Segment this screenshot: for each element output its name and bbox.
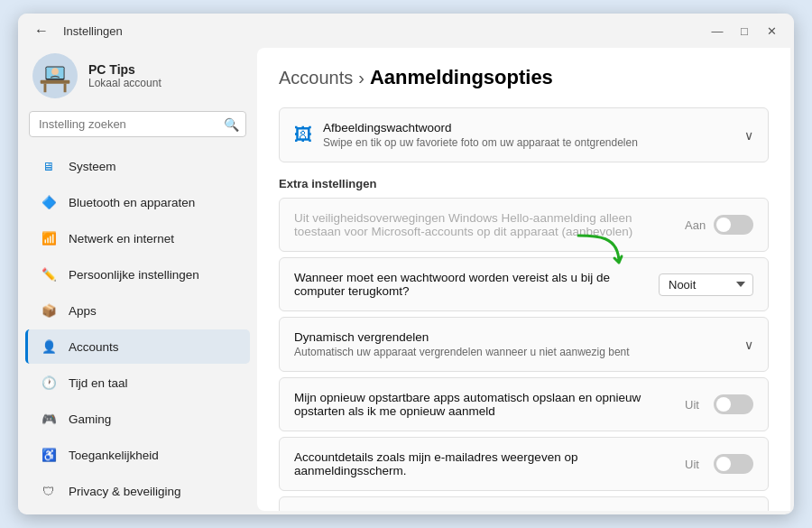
sidebar-item-privacy[interactable]: 🛡 Privacy & beveiliging — [25, 474, 250, 508]
sidebar-item-bluetooth[interactable]: 🔷 Bluetooth en apparaten — [25, 185, 250, 219]
person-icon: 👤 — [40, 338, 58, 356]
titlebar-controls: — □ ✕ — [706, 22, 783, 40]
sidebar: PC Tips Lokaal account 🔍 🖥 Systeem 🔷 Blu… — [18, 44, 257, 514]
user-info: PC Tips Lokaal account — [18, 44, 257, 111]
hello-only-row: Uit veiligheidsoverwegingen Windows Hell… — [280, 199, 768, 251]
sidebar-label: Systeem — [69, 160, 116, 173]
wachtwoord-vereist-item: Wanneer moet een wachtwoord worden verei… — [279, 257, 769, 311]
page-title: Aanmeldingsopties — [370, 66, 553, 89]
dynamisch-row[interactable]: Dynamisch vergrendelen Automatisch uw ap… — [280, 318, 768, 371]
user-name: PC Tips — [88, 62, 161, 77]
aanmeldgegevens-label: Mijn aanmeldingsgegevens gebruiken om he… — [294, 510, 674, 511]
sidebar-label: Toegankelijkheid — [69, 449, 159, 462]
sidebar-label: Gaming — [69, 412, 111, 426]
afbeeldingswachtwoord-item: 🖼 Afbeeldingswachtwoord Swipe en tik op … — [279, 107, 769, 162]
main-area: PC Tips Lokaal account 🔍 🖥 Systeem 🔷 Blu… — [18, 44, 794, 514]
content-area: Accounts › Aanmeldingsopties 🖼 Afbeeldin… — [257, 48, 790, 511]
photo-icon: 🖼 — [294, 125, 312, 145]
apps-restart-text: Mijn opnieuw opstartbare apps automatisc… — [294, 391, 674, 418]
breadcrumb: Accounts — [279, 68, 353, 88]
accessibility-icon: ♿ — [40, 446, 58, 464]
wifi-icon: 📶 — [40, 229, 58, 247]
wachtwoord-dropdown[interactable]: Nooit Altijd 1 minuut 3 minuten 5 minute… — [659, 273, 753, 296]
hello-only-toggle[interactable] — [714, 215, 753, 235]
sidebar-item-accounts[interactable]: 👤 Accounts — [25, 329, 250, 364]
brush-icon: ✏️ — [40, 265, 58, 283]
gamepad-icon: 🎮 — [40, 410, 58, 428]
dynamisch-label: Dynamisch vergrendelen — [294, 330, 734, 344]
breadcrumb-separator: › — [358, 68, 364, 88]
search-icon: 🔍 — [224, 117, 239, 132]
sidebar-item-systeem[interactable]: 🖥 Systeem — [25, 149, 250, 183]
aanmeldgegevens-item: Mijn aanmeldingsgegevens gebruiken om he… — [279, 496, 769, 511]
sidebar-label: Accounts — [69, 340, 119, 354]
dynamisch-item: Dynamisch vergrendelen Automatisch uw ap… — [279, 317, 769, 372]
chevron-icon: ∨ — [744, 128, 753, 143]
account-details-row: Accountdetails zoals mijn e-mailadres we… — [280, 438, 768, 490]
aanmeldgegevens-text: Mijn aanmeldingsgegevens gebruiken om he… — [294, 510, 674, 511]
section-title: Extra instellingen — [279, 177, 769, 190]
green-arrow — [569, 231, 623, 280]
sidebar-item-persoonlijk[interactable]: ✏️ Persoonlijke instellingen — [25, 257, 250, 292]
sidebar-item-update[interactable]: 🔄 Windows Update — [25, 510, 250, 514]
sidebar-label: Tijd en taal — [69, 376, 128, 390]
monitor-icon: 🖥 — [40, 157, 58, 175]
shield-icon: 🛡 — [40, 482, 58, 500]
afbeeldingswachtwoord-row[interactable]: 🖼 Afbeeldingswachtwoord Swipe en tik op … — [280, 108, 768, 162]
apps-restart-row: Mijn opnieuw opstartbare apps automatisc… — [280, 378, 768, 431]
svg-rect-3 — [64, 84, 67, 93]
titlebar-left: ← Instellingen — [29, 21, 123, 41]
sidebar-item-apps[interactable]: 📦 Apps — [25, 293, 250, 328]
account-details-label: Accountdetails zoals mijn e-mailadres we… — [294, 450, 674, 477]
apps-restart-toggle-label: Uit — [685, 398, 706, 412]
window-title: Instellingen — [63, 24, 123, 38]
user-details: PC Tips Lokaal account — [88, 62, 161, 89]
settings-window: ← Instellingen — □ ✕ — [18, 14, 794, 514]
sidebar-label: Privacy & beveiliging — [69, 485, 181, 498]
minimize-button[interactable]: — — [706, 22, 729, 40]
afbeeldingswachtwoord-desc: Swipe en tik op uw favoriete foto om uw … — [323, 136, 734, 149]
afbeeldingswachtwoord-label: Afbeeldingswachtwoord — [323, 121, 734, 134]
sidebar-label: Netwerk en internet — [69, 232, 174, 245]
sidebar-item-tijd[interactable]: 🕐 Tijd en taal — [25, 366, 250, 400]
hello-only-toggle-group: Aan — [685, 215, 753, 235]
sidebar-item-netwerk[interactable]: 📶 Netwerk en internet — [25, 221, 250, 255]
svg-rect-2 — [44, 84, 47, 93]
apps-restart-item: Mijn opnieuw opstartbare apps automatisc… — [279, 377, 769, 431]
wachtwoord-dropdown-wrap: Nooit Altijd 1 minuut 3 minuten 5 minute… — [659, 273, 753, 296]
clock-icon: 🕐 — [40, 374, 58, 392]
account-details-toggle-group: Uit — [685, 454, 753, 474]
sidebar-label: Persoonlijke instellingen — [69, 268, 199, 282]
apps-restart-toggle-group: Uit — [685, 394, 753, 414]
sidebar-item-gaming[interactable]: 🎮 Gaming — [25, 402, 250, 436]
dynamisch-desc: Automatisch uw apparaat vergrendelen wan… — [294, 346, 734, 358]
back-button[interactable]: ← — [29, 21, 54, 41]
apps-restart-slider — [714, 394, 753, 414]
chevron-icon: ∨ — [744, 338, 753, 352]
account-details-item: Accountdetails zoals mijn e-mailadres we… — [279, 437, 769, 491]
svg-point-6 — [51, 68, 59, 75]
account-details-toggle-label: Uit — [685, 458, 706, 471]
titlebar: ← Instellingen — □ ✕ — [18, 14, 794, 44]
sidebar-item-toegankelijkheid[interactable]: ♿ Toegankelijkheid — [25, 438, 250, 472]
search-input[interactable] — [29, 111, 246, 137]
afbeeldingswachtwoord-text: Afbeeldingswachtwoord Swipe en tik op uw… — [323, 121, 734, 149]
apps-restart-toggle[interactable] — [714, 394, 753, 414]
svg-rect-1 — [41, 80, 70, 84]
maximize-button[interactable]: □ — [733, 22, 756, 40]
account-details-slider — [714, 454, 753, 474]
sidebar-label: Apps — [69, 304, 97, 318]
close-button[interactable]: ✕ — [760, 22, 783, 40]
sidebar-label: Bluetooth en apparaten — [69, 196, 195, 209]
user-type: Lokaal account — [88, 77, 161, 89]
dynamisch-text: Dynamisch vergrendelen Automatisch uw ap… — [294, 330, 734, 358]
aanmeldgegevens-row: Mijn aanmeldingsgegevens gebruiken om he… — [280, 497, 768, 511]
hello-only-item: Uit veiligheidsoverwegingen Windows Hell… — [279, 198, 769, 252]
apps-icon: 📦 — [40, 301, 58, 320]
avatar — [32, 53, 78, 98]
account-details-toggle[interactable] — [714, 454, 753, 474]
hello-only-toggle-label: Aan — [685, 218, 706, 232]
apps-restart-label: Mijn opnieuw opstartbare apps automatisc… — [294, 391, 674, 418]
wachtwoord-vereist-row: Wanneer moet een wachtwoord worden verei… — [280, 258, 768, 310]
page-header: Accounts › Aanmeldingsopties — [279, 66, 769, 89]
